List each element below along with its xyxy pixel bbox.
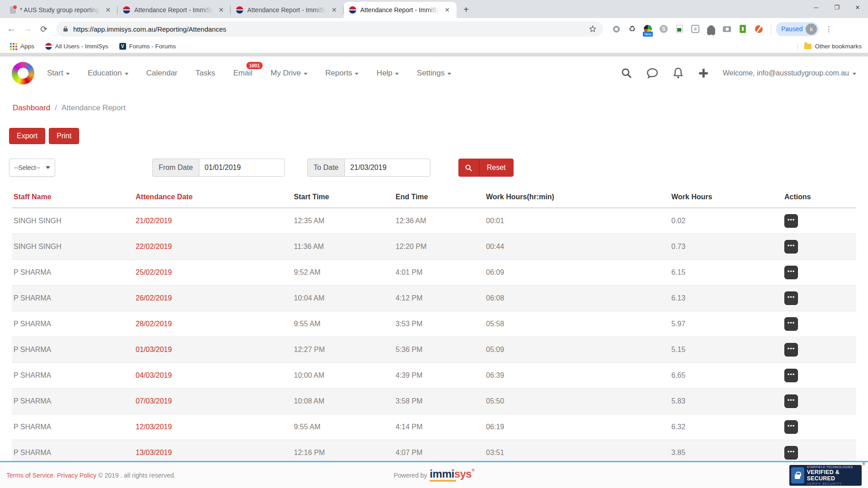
bookmark-forums[interactable]: V Forums - Forums (116, 43, 180, 50)
reload-icon[interactable]: ⟳ (37, 22, 51, 36)
email-count-badge: 1001 (246, 62, 262, 69)
extension-circle-icon[interactable] (611, 24, 621, 34)
extension-bug-icon[interactable] (706, 24, 716, 34)
nav-reports[interactable]: Reports (326, 69, 359, 78)
browser-tab-1[interactable]: * AUS Study group reporting tha ✕ (5, 2, 118, 18)
nav-tasks[interactable]: Tasks (196, 69, 215, 78)
cell-work-hours: 6.13 (670, 286, 783, 311)
extension-skype-icon[interactable]: S (659, 24, 669, 34)
bookmark-all-users[interactable]: All Users - ImmiSys (42, 43, 112, 50)
export-button[interactable]: Export (9, 128, 45, 144)
welcome-user-menu[interactable]: Welcome, info@ausstudygroup.com.au (723, 69, 856, 77)
window-close-button[interactable]: ✕ (847, 0, 868, 14)
to-date-label: To Date (307, 159, 344, 177)
browser-tab-4-active[interactable]: Attendance Report - ImmiSys ✕ (344, 2, 457, 18)
tab-close-icon[interactable]: ✕ (217, 6, 225, 14)
extension-recycle-icon[interactable]: ♻ (627, 24, 637, 34)
extension-phone-icon[interactable] (738, 24, 748, 34)
row-actions-button[interactable]: ••• (784, 369, 798, 382)
col-attendance-date[interactable]: Attendance Date (134, 193, 292, 208)
extension-ball-icon[interactable] (754, 24, 764, 34)
browser-tab-2[interactable]: Attendance Report - ImmiSys ✕ (118, 2, 231, 18)
cell-work-hours: 5.97 (670, 311, 783, 337)
extension-sheet-icon[interactable] (675, 24, 684, 34)
cell-end-time: 4:39 PM (394, 363, 484, 389)
print-button[interactable]: Print (49, 128, 79, 144)
terms-link[interactable]: Terms of Service. (6, 472, 55, 479)
plus-icon[interactable] (698, 67, 709, 79)
row-actions-button[interactable]: ••• (784, 446, 798, 460)
row-actions-button[interactable]: ••• (784, 343, 798, 357)
tab-title: Attendance Report - ImmiSys (247, 6, 326, 14)
row-actions-button[interactable]: ••• (784, 420, 798, 434)
table-row: P SHARMA 12/03/2019 9:55 AM 4:14 PM 06:1… (12, 414, 856, 440)
extension-camera-icon[interactable] (722, 24, 732, 34)
cell-start-time: 12:35 AM (292, 208, 394, 234)
cell-staff-name: P SHARMA (12, 363, 134, 389)
aus-study-group-logo[interactable] (12, 62, 34, 84)
row-actions-button[interactable]: ••• (784, 240, 798, 253)
privacy-link[interactable]: Privacy Policy (57, 472, 96, 479)
window-restore-button[interactable]: ❐ (826, 0, 847, 14)
cell-work-hours: 6.32 (670, 414, 783, 440)
row-actions-button[interactable]: ••• (784, 317, 798, 331)
extension-gauge-icon[interactable]: New (643, 24, 653, 34)
browser-toolbar: ← → ⟳ https://app.immisys.com.au/Reporti… (0, 18, 868, 40)
attendance-table-body: SINGH SINGH 21/02/2019 12:35 AM 12:36 AM… (12, 208, 856, 488)
row-actions-button[interactable]: ••• (784, 291, 798, 305)
lock-icon (62, 26, 69, 32)
cell-end-time: 4:12 PM (394, 286, 484, 311)
chat-icon[interactable] (646, 67, 659, 79)
cell-attendance-date: 01/03/2019 (134, 337, 292, 363)
reset-button[interactable]: Reset (479, 159, 514, 177)
row-actions-button[interactable]: ••• (784, 266, 798, 279)
chrome-menu-icon[interactable]: ⋮ (821, 25, 836, 33)
cell-start-time: 10:00 AM (292, 363, 394, 389)
browser-tab-3[interactable]: Attendance Report - ImmiSys ✕ (231, 2, 344, 18)
bookmark-apps[interactable]: Apps (6, 43, 38, 50)
bell-icon[interactable] (672, 67, 684, 80)
cell-start-time: 9:55 AM (292, 414, 394, 440)
nav-my-drive[interactable]: My Drive (271, 69, 307, 78)
col-staff-name[interactable]: Staff Name (12, 193, 134, 208)
dropdown-caret-icon (46, 166, 50, 169)
breadcrumb-dashboard-link[interactable]: Dashboard (13, 103, 50, 113)
to-date-input[interactable] (344, 159, 430, 177)
extension-grid-icon[interactable]: # (690, 24, 700, 34)
cell-staff-name: SINGH SINGH (12, 208, 134, 234)
verified-secured-seal[interactable]: STARFIELD TECHNOLOGIES VERIFIED & SECURE… (789, 465, 862, 486)
nav-settings[interactable]: Settings (417, 69, 451, 78)
row-actions-button[interactable]: ••• (784, 394, 798, 408)
other-bookmarks[interactable]: Other bookmarks (797, 43, 862, 50)
back-icon[interactable]: ← (5, 22, 18, 36)
search-icon[interactable] (621, 67, 632, 79)
cell-work-hours-hm: 06:08 (484, 286, 670, 311)
window-minimize-button[interactable]: ─ (806, 0, 826, 14)
new-tab-button[interactable]: + (459, 3, 473, 16)
nav-email[interactable]: Email1001 (233, 69, 253, 78)
tab-close-icon[interactable]: ✕ (104, 6, 112, 14)
tab-close-icon[interactable]: ✕ (330, 6, 338, 14)
nav-calendar[interactable]: Calendar (146, 69, 178, 78)
cell-work-hours: 6.15 (670, 260, 783, 286)
breadcrumb: Dashboard / Attendance Report (0, 90, 868, 113)
row-actions-button[interactable]: ••• (784, 214, 798, 228)
address-bar[interactable]: https://app.immisys.com.au/Reporting/Att… (56, 21, 603, 37)
cell-end-time: 12:36 AM (394, 208, 484, 234)
profile-avatar[interactable]: k (806, 23, 817, 35)
immisys-favicon (123, 6, 130, 14)
nav-start[interactable]: Start (47, 69, 70, 78)
forward-icon[interactable]: → (21, 22, 34, 36)
cell-work-hours: 0.73 (670, 234, 783, 260)
nav-education[interactable]: Education (88, 69, 128, 78)
col-work-hours-hm: Work Hours(hr:min) (484, 193, 670, 208)
staff-select-dropdown[interactable]: --Select-- (9, 159, 55, 177)
cell-end-time: 3:58 PM (394, 389, 484, 414)
cell-start-time: 12:27 PM (292, 337, 394, 363)
bookmark-star-icon[interactable] (589, 25, 597, 33)
from-date-input[interactable] (199, 159, 285, 177)
nav-help[interactable]: Help (377, 69, 399, 78)
tab-close-icon[interactable]: ✕ (443, 6, 451, 14)
search-button[interactable] (458, 159, 479, 177)
sync-paused-badge[interactable]: Paused k (776, 22, 819, 36)
